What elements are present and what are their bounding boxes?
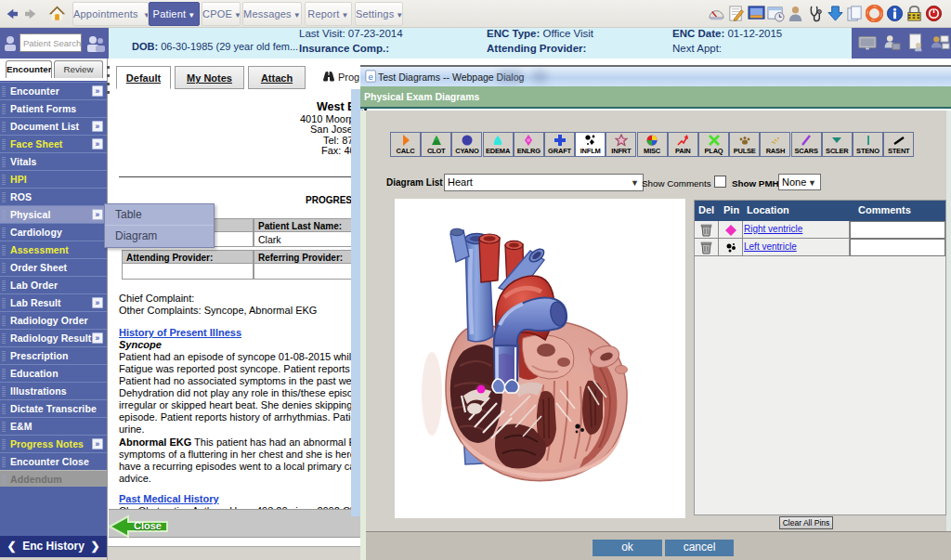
svg-text:e: e bbox=[369, 72, 373, 82]
